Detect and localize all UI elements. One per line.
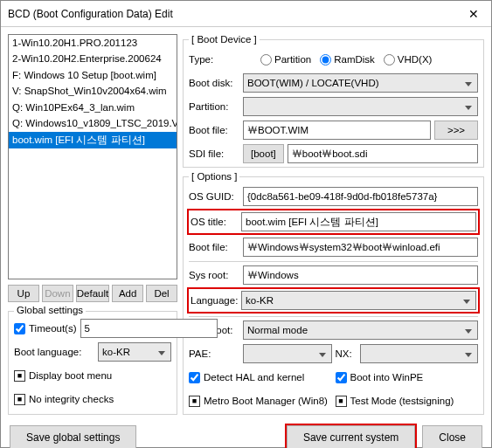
safeboot-select[interactable]: Normal mode (243, 320, 478, 340)
type-vhdx-radio[interactable] (384, 54, 395, 65)
type-partition-radio[interactable] (260, 54, 272, 65)
save-global-button[interactable]: Save global settings (10, 425, 136, 448)
display-boot-menu-checkbox[interactable]: ■ (14, 370, 25, 382)
boot-device-group: [ Boot Device ] Type: Partition RamDisk … (183, 34, 484, 168)
list-item[interactable]: 2-Win10.20H2.Enterprise.200624 (9, 52, 177, 68)
boot-entry-list[interactable]: 1-Win10.20H1.PRO.2011232-Win10.20H2.Ente… (8, 34, 177, 279)
options-group: [ Options ] OS GUID: OS title: Boot file… (183, 171, 484, 415)
type-ramdisk-radio[interactable] (320, 54, 331, 65)
osguid-input[interactable] (243, 187, 478, 206)
list-item[interactable]: Q: Windows10_v1809_LTSC_2019.VHD (9, 116, 177, 133)
ostitle-input[interactable] (241, 212, 476, 231)
down-button[interactable]: Down (42, 285, 73, 302)
sdi-file-input[interactable] (288, 144, 478, 163)
close-icon[interactable]: ✕ (456, 1, 491, 26)
list-item[interactable]: Q: Win10PEx64_3_lan.wim (9, 100, 177, 116)
timeout-checkbox[interactable] (14, 323, 25, 334)
list-item[interactable]: V: SnapShot_Win10v2004x64.wim (9, 84, 177, 100)
window-title: BCD (Boot Configuration Data) Edit (1, 8, 456, 20)
pae-select[interactable] (243, 344, 332, 363)
titlebar: BCD (Boot Configuration Data) Edit ✕ (1, 1, 491, 27)
metro-checkbox[interactable]: ■ (189, 396, 200, 407)
list-item[interactable]: F: Windows 10 Setup [boot.wim] (9, 67, 177, 84)
bootfile-input[interactable] (243, 121, 431, 140)
sdi-boot-button[interactable]: [boot] (243, 144, 284, 163)
up-button[interactable]: Up (8, 285, 39, 302)
detect-hal-checkbox[interactable] (189, 372, 200, 383)
boot-language-select[interactable]: ko-KR (98, 342, 171, 362)
no-integrity-checkbox[interactable]: ■ (14, 394, 25, 405)
language-select[interactable]: ko-KR (241, 291, 476, 310)
boot-winpe-checkbox[interactable] (336, 372, 347, 383)
list-item[interactable]: 1-Win10.20H1.PRO.201123 (9, 35, 177, 52)
save-current-button[interactable]: Save current system (287, 425, 415, 448)
global-settings-group: Global settings Timeout(s) Boot language… (8, 311, 177, 415)
list-item[interactable]: boot.wim [EFI 시스템 파티션] (9, 132, 177, 148)
options-bootfile-input[interactable] (243, 238, 478, 257)
timeout-input[interactable] (80, 319, 218, 338)
default-button[interactable]: Default (76, 285, 109, 302)
sysroot-input[interactable] (243, 265, 478, 285)
add-button[interactable]: Add (112, 285, 143, 302)
nx-select[interactable] (360, 344, 479, 363)
del-button[interactable]: Del (146, 285, 177, 302)
partition-select[interactable] (243, 97, 478, 116)
bootfile-browse-button[interactable]: >>> (434, 121, 478, 140)
close-button[interactable]: Close (422, 425, 482, 448)
testmode-checkbox[interactable]: ■ (336, 396, 347, 407)
boot-disk-select[interactable]: BOOT(WIM) / LOCATE(VHD) (243, 73, 478, 93)
